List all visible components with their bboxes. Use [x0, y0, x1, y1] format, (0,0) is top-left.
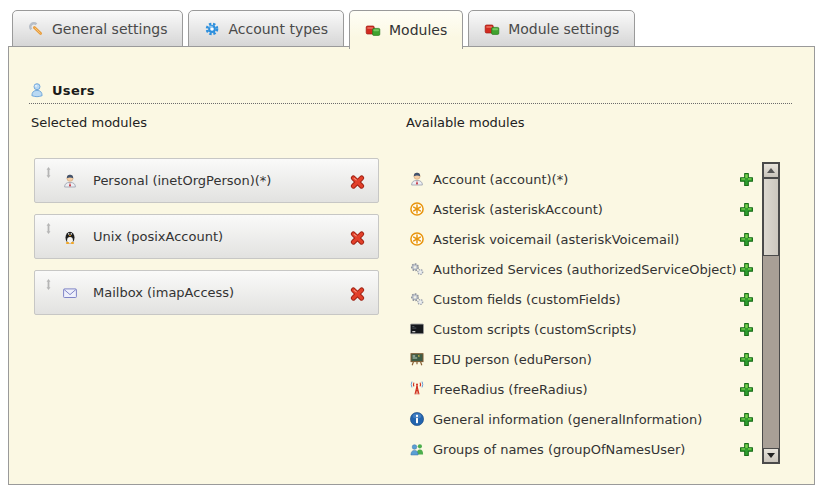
available-module-label: Asterisk (asteriskAccount): [433, 202, 603, 217]
available-module-row: Asterisk voicemail (asteriskVoicemail): [409, 224, 761, 254]
blocks-icon: [484, 21, 500, 37]
asterisk-icon: [409, 231, 425, 247]
available-module-label: General information (generalInformation): [433, 412, 702, 427]
available-module-label: Custom scripts (customScripts): [433, 322, 637, 337]
remove-module-button[interactable]: [349, 173, 366, 190]
chevron-up-icon: [767, 168, 775, 173]
remove-module-button[interactable]: [349, 229, 366, 246]
scrollbar-thumb[interactable]: [763, 178, 779, 256]
available-module-row: Authorized Services (authorizedServiceOb…: [409, 254, 761, 284]
blackboard-icon: [409, 351, 425, 367]
available-module-label: Account (account)(*): [433, 172, 568, 187]
available-module-label: Groups of names (groupOfNamesUser): [433, 442, 685, 457]
tab-label: Module settings: [508, 21, 619, 37]
drag-handle-icon[interactable]: [42, 222, 55, 235]
wrench-icon: [28, 21, 44, 37]
person-icon: [62, 173, 78, 189]
section-title: Users: [52, 83, 95, 98]
scrollbar-up-button[interactable]: [763, 163, 779, 178]
available-module-row: Groups of names (groupOfNamesUser): [409, 434, 761, 464]
add-module-button[interactable]: [738, 171, 755, 188]
chevron-down-icon: [767, 453, 775, 458]
add-module-button[interactable]: [738, 201, 755, 218]
blocks-icon: [365, 22, 381, 38]
selected-module-row[interactable]: Personal (inetOrgPerson)(*): [34, 158, 379, 203]
modules-panel: Users Selected modules Available modules…: [8, 46, 815, 485]
group-icon: [409, 441, 425, 457]
selected-module-row[interactable]: Unix (posixAccount): [34, 214, 379, 259]
available-module-row: Asterisk (asteriskAccount): [409, 194, 761, 224]
tab-general-settings[interactable]: General settings: [12, 10, 183, 47]
available-module-label: Authorized Services (authorizedServiceOb…: [433, 262, 737, 277]
add-module-button[interactable]: [738, 411, 755, 428]
add-module-button[interactable]: [738, 351, 755, 368]
gears-icon: [409, 261, 425, 277]
selected-module-label: Mailbox (imapAccess): [93, 285, 234, 300]
tab-modules[interactable]: Modules: [349, 10, 463, 49]
terminal-icon: [409, 321, 425, 337]
tab-account-types[interactable]: Account types: [188, 10, 344, 47]
mail-icon: [62, 285, 78, 301]
gears-icon: [409, 291, 425, 307]
available-module-label: EDU person (eduPerson): [433, 352, 592, 367]
tab-label: Account types: [228, 21, 328, 37]
remove-module-button[interactable]: [349, 285, 366, 302]
users-section-header: Users: [29, 82, 792, 104]
selected-module-label: Unix (posixAccount): [93, 229, 223, 244]
user-icon: [29, 82, 45, 98]
tab-module-settings[interactable]: Module settings: [468, 10, 635, 47]
antenna-icon: [409, 381, 425, 397]
tab-label: General settings: [52, 21, 167, 37]
available-module-row: Account (account)(*): [409, 164, 761, 194]
drag-handle-icon[interactable]: [42, 166, 55, 179]
available-modules-heading: Available modules: [406, 115, 524, 130]
gear-icon: [204, 21, 220, 37]
available-module-row: FreeRadius (freeRadius): [409, 374, 761, 404]
add-module-button[interactable]: [738, 261, 755, 278]
scrollbar-down-button[interactable]: [763, 448, 779, 463]
available-module-label: Custom fields (customFields): [433, 292, 621, 307]
add-module-button[interactable]: [738, 321, 755, 338]
available-list-scrollbar[interactable]: [762, 162, 780, 464]
selected-modules-heading: Selected modules: [31, 115, 147, 130]
available-module-row: EDU person (eduPerson): [409, 344, 761, 374]
available-module-row: Custom fields (customFields): [409, 284, 761, 314]
tux-icon: [62, 229, 78, 245]
available-module-row: Custom scripts (customScripts): [409, 314, 761, 344]
person-icon: [409, 171, 425, 187]
tab-label: Modules: [389, 22, 447, 38]
available-module-label: FreeRadius (freeRadius): [433, 382, 588, 397]
tab-bar: General settingsAccount typesModulesModu…: [12, 10, 635, 49]
drag-handle-icon[interactable]: [42, 278, 55, 291]
add-module-button[interactable]: [738, 381, 755, 398]
info-icon: [409, 411, 425, 427]
add-module-button[interactable]: [738, 231, 755, 248]
add-module-button[interactable]: [738, 291, 755, 308]
selected-module-row[interactable]: Mailbox (imapAccess): [34, 270, 379, 315]
selected-module-label: Personal (inetOrgPerson)(*): [93, 173, 271, 188]
selected-modules-list: Personal (inetOrgPerson)(*)Unix (posixAc…: [34, 158, 379, 326]
available-module-label: Asterisk voicemail (asteriskVoicemail): [433, 232, 679, 247]
add-module-button[interactable]: [738, 441, 755, 458]
available-modules-list: Account (account)(*)Asterisk (asteriskAc…: [409, 164, 761, 464]
asterisk-icon: [409, 201, 425, 217]
available-module-row: General information (generalInformation): [409, 404, 761, 434]
